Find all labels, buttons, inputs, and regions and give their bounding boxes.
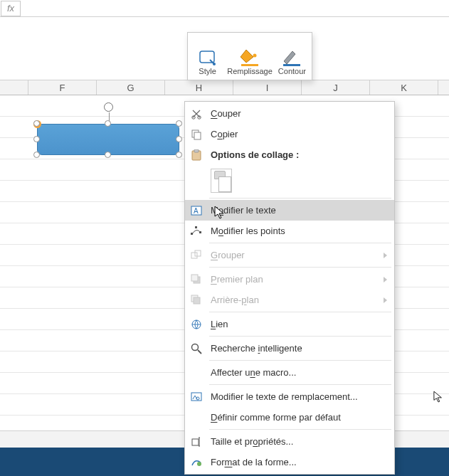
resize-handle[interactable] — [105, 152, 111, 158]
style-button[interactable]: Style — [188, 33, 227, 80]
col-header[interactable]: K — [370, 80, 438, 95]
submenu-arrow-icon — [384, 297, 387, 303]
menu-label: Modifier les points — [211, 226, 285, 236]
resize-handle[interactable] — [176, 120, 182, 127]
menu-label: Couper — [211, 108, 241, 119]
menu-label: Options de collage : — [211, 149, 299, 160]
context-menu: Couper Copier Options de collage : A Mod… — [184, 101, 395, 475]
menu-size-properties[interactable]: Taille et propriétés... — [185, 431, 394, 452]
col-header[interactable]: J — [302, 80, 370, 95]
menu-label: Recherche intelligente — [211, 343, 302, 354]
rotate-handle-icon[interactable] — [104, 102, 113, 112]
size-icon — [189, 435, 204, 449]
submenu-arrow-icon — [384, 277, 387, 282]
svg-point-2 — [253, 54, 257, 58]
formula-bar: fx — [0, 0, 449, 17]
copy-icon — [189, 127, 204, 142]
menu-group: Grouper — [185, 245, 394, 265]
group-icon — [189, 248, 204, 263]
style-icon — [199, 40, 217, 67]
menu-label: Lien — [211, 319, 228, 329]
edit-text-icon: A — [189, 203, 204, 218]
menu-paste-options: Options de collage : — [185, 144, 394, 165]
selected-shape[interactable] — [37, 124, 179, 155]
svg-rect-13 — [191, 233, 193, 235]
menu-format-shape[interactable]: Format de la forme... — [185, 452, 394, 472]
svg-rect-19 — [191, 275, 198, 281]
resize-handle[interactable] — [176, 136, 182, 142]
format-shape-icon — [189, 455, 204, 470]
col-header[interactable]: G — [97, 80, 165, 95]
menu-link[interactable]: Lien — [185, 314, 394, 334]
link-icon — [189, 317, 204, 332]
menu-label: Premier plan — [211, 274, 263, 285]
svg-rect-16 — [191, 253, 197, 258]
menu-label: Format de la forme... — [211, 457, 297, 467]
resize-handle[interactable] — [105, 120, 111, 127]
col-header[interactable]: F — [28, 80, 97, 95]
svg-rect-3 — [241, 64, 258, 66]
menu-edit-text[interactable]: A Modifier le texte — [185, 200, 394, 221]
select-all-corner[interactable] — [0, 80, 28, 95]
menu-default-shape[interactable]: Définir comme forme par défaut — [185, 407, 394, 428]
outline-label: Contour — [278, 67, 306, 75]
svg-rect-21 — [194, 297, 200, 304]
menu-assign-macro[interactable]: Affecter une macro... — [185, 362, 394, 383]
fill-button[interactable]: Remplissage — [227, 33, 273, 80]
menu-label: Grouper — [211, 250, 245, 260]
search-icon — [189, 342, 204, 356]
fill-label: Remplissage — [227, 67, 273, 75]
menu-bring-front: Premier plan — [185, 269, 394, 290]
fx-button[interactable]: fx — [1, 1, 21, 16]
paste-icon — [189, 148, 204, 162]
cut-icon — [189, 107, 204, 121]
resize-handle[interactable] — [33, 152, 40, 158]
resize-handle[interactable] — [33, 120, 40, 127]
fx-label: fx — [7, 3, 14, 14]
menu-label: Arrière-plan — [211, 295, 259, 305]
svg-rect-10 — [194, 149, 199, 152]
svg-rect-15 — [199, 231, 201, 233]
svg-rect-4 — [283, 64, 300, 66]
rounded-rect-shape[interactable] — [37, 124, 179, 155]
menu-label: Modifier le texte — [211, 205, 276, 216]
resize-handle[interactable] — [176, 152, 182, 158]
paste-options-row — [185, 165, 394, 196]
outline-icon — [281, 40, 302, 67]
send-back-icon — [189, 293, 204, 307]
menu-label: Affecter une macro... — [211, 367, 296, 378]
mini-toolbar: Style Remplissage Contour — [187, 32, 312, 80]
fill-icon — [239, 40, 260, 67]
resize-handle[interactable] — [33, 136, 40, 142]
svg-point-23 — [192, 344, 199, 350]
outline-button[interactable]: Contour — [273, 33, 312, 80]
menu-copy[interactable]: Copier — [185, 124, 394, 144]
menu-label: Copier — [211, 129, 238, 139]
menu-edit-points[interactable]: Modifier les points — [185, 221, 394, 241]
svg-rect-17 — [195, 250, 201, 256]
svg-rect-25 — [192, 439, 199, 445]
style-label: Style — [199, 67, 216, 75]
menu-alt-text[interactable]: Modifier le texte de remplacement... — [185, 386, 394, 407]
menu-smart-lookup[interactable]: Recherche intelligente — [185, 338, 394, 359]
menu-label: Modifier le texte de remplacement... — [211, 391, 358, 402]
svg-text:A: A — [194, 207, 199, 215]
menu-send-back: Arrière-plan — [185, 290, 394, 310]
alt-text-icon — [189, 390, 204, 404]
menu-cut[interactable]: Couper — [185, 103, 394, 124]
menu-label: Taille et propriétés... — [211, 436, 293, 447]
svg-point-26 — [197, 462, 201, 466]
column-headers: F G H I J K — [0, 80, 449, 95]
menu-label: Définir comme forme par défaut — [211, 412, 341, 423]
col-header[interactable]: H — [165, 80, 233, 95]
submenu-arrow-icon — [384, 253, 387, 258]
svg-rect-8 — [194, 132, 201, 139]
svg-point-1 — [213, 63, 216, 65]
col-header[interactable]: I — [233, 80, 302, 95]
svg-rect-14 — [195, 226, 197, 228]
paste-option-default[interactable] — [211, 169, 232, 193]
edit-points-icon — [189, 224, 204, 238]
bring-front-icon — [189, 273, 204, 287]
